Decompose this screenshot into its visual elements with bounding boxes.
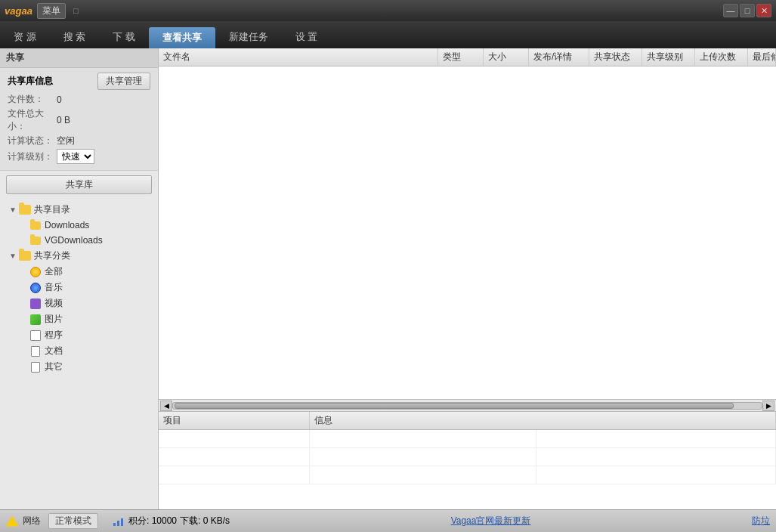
- sidebar: 共享 共享库信息 共享管理 文件数： 0 文件总大小： 0 B 计算状态： 空闲…: [0, 48, 159, 509]
- bottom-cell-item-2: [159, 448, 310, 466]
- tree-label-other: 其它: [45, 360, 63, 373]
- total-size-value: 0 B: [57, 115, 150, 125]
- bottom-rows: [159, 430, 776, 509]
- cat-other-icon: [29, 361, 42, 373]
- tree-item-other[interactable]: 其它: [0, 359, 158, 375]
- app-logo: vagaa: [5, 5, 32, 17]
- tree-item-downloads[interactable]: Downloads: [0, 218, 158, 233]
- status-mode: 正常模式: [48, 513, 98, 529]
- tab-search[interactable]: 搜 索: [50, 27, 100, 48]
- hscroll-thumb[interactable]: [175, 403, 734, 409]
- cat-prog-icon: [29, 329, 42, 342]
- tree-label-prog: 程序: [45, 329, 63, 342]
- content-area: 文件名 类型 大小 发布/详情 共享状态 共享级别 上传次数 最后修 ◀ ▶ 项…: [159, 48, 776, 509]
- lib-info-title: 共享库信息: [8, 75, 53, 88]
- hscroll-left[interactable]: ◀: [160, 401, 172, 411]
- menu-button[interactable]: 菜单: [37, 3, 66, 19]
- tree-label-share-cat: 共享分类: [34, 249, 70, 262]
- bottom-cell-info-2: [310, 448, 536, 466]
- tree-item-doc[interactable]: 文档: [0, 343, 158, 359]
- col-publish: 发布/详情: [529, 48, 589, 66]
- bottom-row-3: [159, 466, 776, 484]
- col-filename: 文件名: [159, 48, 438, 66]
- sidebar-header: 共享: [0, 48, 158, 68]
- update-link[interactable]: Vagaa官网最新更新: [451, 515, 531, 527]
- tab-settings[interactable]: 设 置: [282, 27, 332, 48]
- folder-cat-icon: [18, 250, 32, 262]
- calc-grade-label: 计算级别：: [8, 150, 57, 163]
- hscroll-track: [172, 402, 762, 410]
- col-upload-count: 上传次数: [695, 48, 748, 66]
- bottom-cell-extra-2: [536, 448, 776, 466]
- tree-item-video[interactable]: 视频: [0, 295, 158, 311]
- status-bar: 网络 正常模式 积分: 10000 下载: 0 KB/s Vagaa官网最新更新…: [0, 509, 776, 532]
- file-count-value: 0: [57, 94, 150, 105]
- tree-item-music[interactable]: 音乐: [0, 280, 158, 295]
- total-size-label: 文件总大小：: [8, 107, 57, 133]
- bottom-panel: 项目 信息: [159, 411, 776, 509]
- warn-icon: [6, 516, 18, 527]
- hscroll-right[interactable]: ▶: [762, 401, 774, 411]
- cat-music-icon: [29, 282, 42, 294]
- tab-view-share[interactable]: 查看共享: [149, 27, 215, 48]
- tree-label-doc: 文档: [45, 345, 63, 357]
- network-label: 网络: [23, 515, 41, 527]
- minimize-button[interactable]: —: [723, 4, 738, 17]
- tree-label-downloads: Downloads: [45, 220, 89, 230]
- col-share-status: 共享状态: [589, 48, 642, 66]
- table-body: [159, 66, 776, 399]
- tabs-bar: 资 源 搜 索 下 载 查看共享 新建任务 设 置: [0, 21, 776, 48]
- cat-image-icon: [29, 314, 42, 326]
- cat-doc-icon: [29, 345, 42, 357]
- calc-status-value: 空闲: [57, 135, 150, 147]
- tree-item-image[interactable]: 图片: [0, 311, 158, 327]
- restore-button[interactable]: □: [740, 4, 755, 17]
- score-text: 积分: 10000: [128, 515, 177, 527]
- lib-info: 共享库信息 共享管理 文件数： 0 文件总大小： 0 B 计算状态： 空闲 计算…: [0, 68, 158, 171]
- tree-item-share-cat[interactable]: ▼ 共享分类: [0, 248, 158, 264]
- bottom-row-1: [159, 430, 776, 448]
- bottom-cell-item-1: [159, 430, 310, 447]
- shared-lib-button[interactable]: 共享库: [6, 175, 152, 194]
- col-share-level: 共享级别: [642, 48, 695, 66]
- bottom-cell-info-1: [310, 430, 536, 447]
- col-size: 大小: [484, 48, 529, 66]
- tree-item-share-dir[interactable]: ▼ 共享目录: [0, 202, 158, 218]
- bottom-cell-extra-3: [536, 466, 776, 484]
- tree-item-prog[interactable]: 程序: [0, 327, 158, 343]
- table-header: 文件名 类型 大小 发布/详情 共享状态 共享级别 上传次数 最后修: [159, 48, 776, 66]
- folder-vgdownloads-icon: [29, 234, 42, 246]
- tab-resources[interactable]: 资 源: [0, 27, 50, 48]
- title-bar: vagaa 菜单 □ — □ ✕: [0, 0, 776, 21]
- bottom-cell-info-3: [310, 466, 536, 484]
- tree-label-image: 图片: [45, 313, 63, 326]
- bottom-col-item: 项目: [159, 412, 310, 429]
- tree-item-vgdownloads[interactable]: VGDownloads: [0, 233, 158, 248]
- close-button[interactable]: ✕: [756, 4, 771, 17]
- hscroll[interactable]: ◀ ▶: [159, 399, 776, 411]
- bottom-col-info: 信息: [310, 412, 776, 429]
- col-type: 类型: [438, 48, 484, 66]
- right-link[interactable]: 防垃: [752, 515, 770, 527]
- bottom-cell-item-3: [159, 466, 310, 484]
- tab-new-task[interactable]: 新建任务: [215, 27, 282, 48]
- lib-manage-button[interactable]: 共享管理: [97, 73, 150, 90]
- tree-item-all[interactable]: 全部: [0, 264, 158, 280]
- col-last-modified: 最后修: [748, 48, 776, 66]
- title-bar-left: vagaa 菜单 □: [5, 3, 79, 19]
- window-controls: — □ ✕: [723, 4, 771, 17]
- window-label: □: [73, 6, 79, 15]
- sidebar-tree: ▼ 共享目录 Downloads VGDownloads: [0, 199, 158, 509]
- calc-grade-select[interactable]: 快速 低 中 高: [57, 149, 94, 164]
- main-area: 共享 共享库信息 共享管理 文件数： 0 文件总大小： 0 B 计算状态： 空闲…: [0, 48, 776, 509]
- calc-status-label: 计算状态：: [8, 135, 57, 147]
- bars-icon: [113, 517, 125, 526]
- status-network: 网络: [6, 515, 41, 527]
- tree-arrow-share-dir: ▼: [8, 206, 18, 214]
- folder-downloads-icon: [29, 219, 42, 231]
- folder-open-icon: [18, 204, 32, 216]
- download-text: 下载: 0 KB/s: [180, 515, 230, 527]
- status-score: 积分: 10000 下载: 0 KB/s: [113, 515, 230, 527]
- tab-download[interactable]: 下 载: [99, 27, 149, 48]
- tree-label-video: 视频: [45, 297, 63, 310]
